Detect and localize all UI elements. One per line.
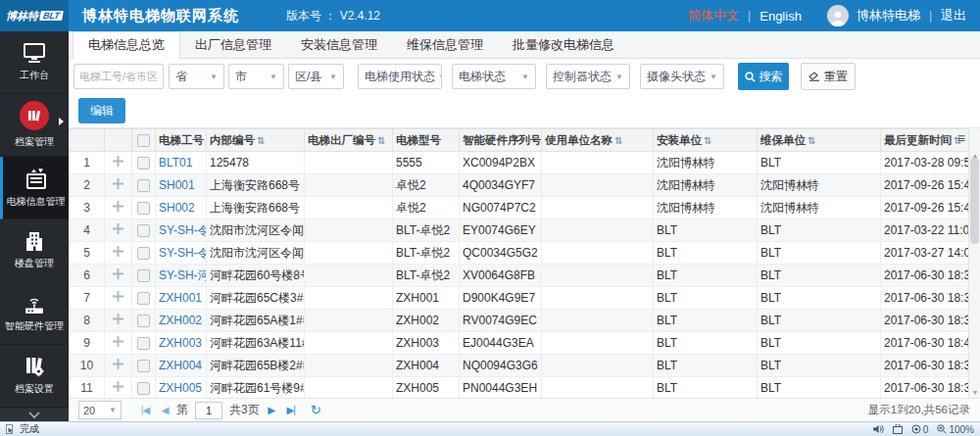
- row-checkbox[interactable]: [137, 382, 150, 395]
- row-checkbox-cell[interactable]: [132, 219, 156, 242]
- security-icon[interactable]: [893, 424, 903, 434]
- header-internal[interactable]: 内部编号⇅: [207, 129, 305, 152]
- locate-cell[interactable]: [105, 152, 132, 174]
- cell-elevator-id[interactable]: SH002: [156, 197, 207, 219]
- column-config-icon[interactable]: ≡: [957, 131, 965, 145]
- elevator-id-link[interactable]: SY-SH-令闻街1: [159, 223, 207, 237]
- user-avatar[interactable]: [827, 5, 849, 26]
- header-serial[interactable]: 智能硬件序列号⇅: [460, 129, 542, 152]
- locate-cell[interactable]: [105, 377, 132, 399]
- page-number-input[interactable]: [195, 402, 222, 419]
- header-select-all[interactable]: [132, 129, 156, 152]
- header-install[interactable]: 安装单位⇅: [654, 129, 758, 152]
- header-factory[interactable]: 电梯出厂编号⇅: [305, 129, 393, 152]
- sort-icon[interactable]: ⇅: [704, 135, 711, 146]
- logout-link[interactable]: 退出: [941, 7, 966, 24]
- locate-cell[interactable]: [105, 265, 132, 287]
- popup-counter[interactable]: 0: [911, 424, 929, 435]
- sidebar-item-elevator-info[interactable]: 电梯信息管理: [0, 157, 69, 219]
- locate-cell[interactable]: [105, 332, 132, 355]
- first-page-button[interactable]: |◀: [137, 405, 153, 415]
- row-checkbox-cell[interactable]: [132, 310, 156, 332]
- sidebar-item-workbench[interactable]: 工作台: [0, 31, 69, 94]
- keyword-input[interactable]: [74, 64, 164, 89]
- locate-cell[interactable]: [105, 242, 132, 265]
- camera-status-select[interactable]: 摄像头状态▼: [640, 64, 724, 89]
- row-checkbox-cell[interactable]: [132, 152, 156, 174]
- elevator-id-link[interactable]: SY-SH-令闻街2: [159, 246, 207, 260]
- cell-elevator-id[interactable]: SY-SH-令闻街2: [156, 242, 207, 265]
- cell-elevator-id[interactable]: ZXH005: [156, 377, 207, 399]
- volume-icon[interactable]: [873, 424, 884, 434]
- row-checkbox[interactable]: [137, 292, 150, 305]
- table-row[interactable]: 10 ZXH004 河畔花园65B楼2#电梯 ZXH004 NQ0094G3G6…: [70, 355, 969, 377]
- header-updated[interactable]: 最后更新时间⇅: [881, 129, 969, 152]
- header-usage[interactable]: 使用单位名称⇅: [542, 129, 654, 152]
- lang-en-link[interactable]: English: [760, 9, 802, 24]
- cell-elevator-id[interactable]: ZXH003: [156, 332, 207, 355]
- last-page-button[interactable]: ▶|: [283, 405, 299, 415]
- zoom-control[interactable]: 100%: [937, 424, 974, 435]
- locate-cell[interactable]: [105, 219, 132, 242]
- tab-elevator-overview[interactable]: 电梯信息总览: [73, 31, 180, 59]
- sidebar-scroll-down[interactable]: [0, 409, 69, 421]
- locate-cell[interactable]: [105, 197, 132, 219]
- row-checkbox[interactable]: [137, 202, 150, 215]
- cell-elevator-id[interactable]: SH001: [156, 174, 207, 197]
- row-checkbox[interactable]: [137, 179, 150, 192]
- header-maintain[interactable]: 维保单位⇅: [758, 129, 881, 152]
- row-checkbox[interactable]: [137, 224, 150, 237]
- table-row[interactable]: 9 ZXH003 河畔花园63A楼11#电梯 ZXH003 EJ0044G3EA…: [70, 332, 969, 355]
- tab-maintenance-info[interactable]: 维保信息管理: [392, 31, 498, 58]
- sidebar-item-buildings[interactable]: 楼盘管理: [0, 219, 69, 282]
- table-row[interactable]: 7 ZXH001 河畔花园65C楼3#电梯 ZXH001 D900K4G9E7 …: [70, 287, 969, 310]
- table-row[interactable]: 2 SH001 上海衡安路668号 卓悦2 4Q0034GYF7 沈阳博林特 沈…: [70, 174, 969, 197]
- row-checkbox[interactable]: [137, 315, 150, 327]
- search-button[interactable]: 搜索: [738, 63, 789, 90]
- use-status-select[interactable]: 电梯使用状态▼: [358, 64, 442, 89]
- vertical-scrollbar[interactable]: ▲ ▼: [968, 128, 980, 398]
- cell-elevator-id[interactable]: ZXH001: [156, 287, 207, 310]
- row-checkbox[interactable]: [137, 157, 150, 170]
- locate-cell[interactable]: [105, 310, 132, 332]
- row-checkbox-cell[interactable]: [132, 174, 156, 197]
- sidebar-item-archive-settings[interactable]: 档案设置: [0, 345, 69, 408]
- cell-elevator-id[interactable]: BLT01: [156, 152, 207, 174]
- sort-icon[interactable]: ⇅: [257, 135, 265, 146]
- row-checkbox-cell[interactable]: [132, 377, 156, 399]
- header-elevator-id[interactable]: 电梯工号⇅: [156, 129, 207, 152]
- elevator-id-link[interactable]: ZXH002: [159, 314, 202, 327]
- elevator-id-link[interactable]: ZXH003: [159, 336, 202, 350]
- select-all-checkbox[interactable]: [137, 134, 150, 147]
- city-select[interactable]: 市▼: [228, 64, 284, 89]
- cell-elevator-id[interactable]: ZXH002: [156, 310, 207, 332]
- table-row[interactable]: 11 ZXH005 河畔花园61号楼9#电梯 ZXH005 PN0044G3EH…: [70, 377, 969, 399]
- sort-icon[interactable]: ⇅: [377, 135, 385, 146]
- user-name[interactable]: 博林特电梯: [857, 7, 920, 24]
- sidebar-item-archives[interactable]: 档案管理: [0, 94, 69, 157]
- row-checkbox-cell[interactable]: [132, 287, 156, 310]
- district-select[interactable]: 区/县▼: [288, 64, 344, 89]
- table-row[interactable]: 1 BLT01 125478 5555 XC0094P2BX 沈阳博林特 BLT…: [70, 152, 969, 174]
- row-checkbox-cell[interactable]: [132, 197, 156, 219]
- row-checkbox-cell[interactable]: [132, 265, 156, 287]
- tab-factory-info[interactable]: 出厂信息管理: [180, 31, 286, 58]
- locate-cell[interactable]: [105, 355, 132, 377]
- cell-elevator-id[interactable]: ZXH004: [156, 355, 207, 377]
- controller-status-select[interactable]: 控制器状态▼: [546, 64, 630, 89]
- sidebar-item-hardware[interactable]: 智能硬件管理: [0, 282, 69, 345]
- table-row[interactable]: 6 SY-SH-河畔花园 河畔花园60号楼8号电梯 BLT-卓悦2 XV0064…: [70, 265, 969, 287]
- row-checkbox[interactable]: [137, 360, 150, 372]
- row-checkbox[interactable]: [137, 337, 150, 350]
- row-checkbox-cell[interactable]: [132, 332, 156, 355]
- locate-cell[interactable]: [105, 174, 132, 197]
- scroll-down-icon[interactable]: ▼: [969, 389, 980, 396]
- edit-button[interactable]: 编辑: [78, 98, 125, 123]
- table-row[interactable]: 8 ZXH002 河畔花园65A楼1#电梯 ZXH002 RV0074G9EC …: [70, 310, 969, 332]
- sort-icon[interactable]: ⇅: [614, 135, 622, 146]
- scrollbar-thumb[interactable]: [970, 158, 979, 244]
- province-select[interactable]: 省▼: [169, 64, 224, 89]
- tab-install-info[interactable]: 安装信息管理: [286, 31, 392, 58]
- table-row[interactable]: 5 SY-SH-令闻街2 沈阳市沈河区令闻街12 BLT-卓悦2 QC0034G…: [70, 242, 969, 265]
- row-checkbox[interactable]: [137, 269, 150, 282]
